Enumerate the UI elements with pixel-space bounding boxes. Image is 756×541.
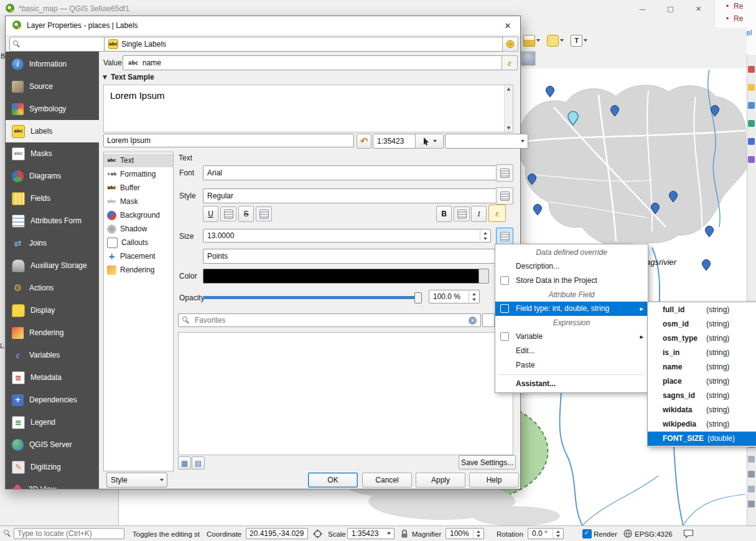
layer-labeling-options-button[interactable] bbox=[521, 32, 546, 49]
menu-item-edit[interactable]: Edit... bbox=[495, 344, 648, 358]
rotation-spinner[interactable]: 0.0 ° bbox=[528, 528, 564, 539]
news-item[interactable]: Re bbox=[715, 12, 756, 25]
menu-item-store-data-in-the-project[interactable]: Store Data in the Project bbox=[495, 274, 648, 288]
panel-tab-icon[interactable] bbox=[748, 138, 755, 145]
menu-item-description[interactable]: Description... bbox=[495, 259, 648, 274]
sidebar-item-metadata[interactable]: Metadata bbox=[6, 366, 99, 389]
underline-button[interactable]: U bbox=[203, 206, 218, 222]
sidebar-item-information[interactable]: Information bbox=[6, 53, 99, 75]
spinner-buttons[interactable] bbox=[469, 291, 478, 302]
field-item-font-size[interactable]: FONT_SIZE(double) bbox=[648, 432, 756, 446]
bold-button[interactable]: B bbox=[436, 206, 452, 222]
extent-icon[interactable] bbox=[313, 529, 322, 540]
bold-data-defined-button[interactable] bbox=[454, 206, 470, 221]
render-checkbox[interactable] bbox=[582, 529, 592, 539]
crs-icon[interactable] bbox=[623, 529, 632, 539]
preview-background-select[interactable] bbox=[445, 134, 528, 149]
field-item-sagns-id[interactable]: sagns_id(string) bbox=[648, 389, 756, 403]
dialog-close-button[interactable]: ✕ bbox=[500, 19, 515, 32]
sidebar-item-auxiliary-storage[interactable]: Auxiliary Storage bbox=[6, 254, 99, 277]
field-item-full-id[interactable]: full_id(string) bbox=[648, 303, 756, 317]
field-item-osm-id[interactable]: osm_id(string) bbox=[648, 317, 756, 331]
slider-handle[interactable] bbox=[414, 292, 422, 303]
panel-tab-icon[interactable] bbox=[748, 66, 755, 73]
strikeout-button[interactable]: S bbox=[238, 206, 254, 222]
tab-placement[interactable]: Placement bbox=[104, 249, 173, 263]
messages-icon[interactable] bbox=[683, 529, 694, 540]
panel-tab-icon[interactable] bbox=[748, 501, 755, 507]
text-annotation-button[interactable]: T bbox=[568, 32, 594, 49]
sidebar-item-qgis-server[interactable]: QGIS Server bbox=[6, 433, 99, 456]
save-settings-button[interactable]: Save Settings... bbox=[459, 455, 516, 469]
sidebar-item-variables[interactable]: Variables bbox=[6, 344, 99, 366]
panel-tab-icon[interactable] bbox=[748, 456, 755, 463]
sidebar-item-symbology[interactable]: Symbology bbox=[6, 98, 99, 120]
panel-tab-icon[interactable] bbox=[748, 471, 755, 478]
map-marker[interactable] bbox=[534, 205, 542, 216]
panel-tab-icon[interactable] bbox=[748, 156, 755, 163]
apply-button[interactable]: Apply bbox=[416, 473, 465, 488]
panel-tab-icon[interactable] bbox=[748, 486, 755, 492]
sidebar-item-legend[interactable]: Legend bbox=[6, 411, 99, 433]
magnifier-spinner[interactable]: 100% bbox=[446, 528, 484, 539]
tab-formatting[interactable]: Formatting bbox=[104, 167, 173, 181]
tab-callouts[interactable]: Callouts bbox=[104, 236, 173, 249]
field-item-wikidata[interactable]: wikidata(string) bbox=[648, 403, 756, 417]
font-style-select[interactable]: Regular bbox=[203, 188, 507, 203]
field-item-is-in[interactable]: is_in(string) bbox=[648, 346, 756, 360]
favorites-search-input[interactable] bbox=[194, 315, 465, 325]
font-color-button[interactable] bbox=[203, 269, 489, 284]
tab-mask[interactable]: Mask bbox=[104, 195, 173, 208]
style-menu-button[interactable]: Style bbox=[106, 473, 167, 488]
menu-item-paste[interactable]: Paste bbox=[495, 358, 648, 372]
map-tips-button[interactable] bbox=[544, 32, 570, 49]
preview-scrollbar[interactable]: ▲ ▼ bbox=[504, 85, 513, 132]
spinner-buttons[interactable] bbox=[480, 230, 490, 241]
help-button[interactable]: Help bbox=[469, 473, 519, 488]
scale-select[interactable]: 1:35423 bbox=[347, 528, 394, 539]
news-item[interactable]: Re bbox=[715, 0, 756, 12]
panel-tab-icon[interactable] bbox=[748, 102, 755, 109]
tab-text[interactable]: Text bbox=[104, 154, 173, 167]
value-field-select[interactable]: name bbox=[123, 55, 513, 70]
automated-placement-button[interactable] bbox=[502, 37, 518, 52]
tab-shadow[interactable]: Shadow bbox=[104, 222, 173, 236]
toolbar-button[interactable] bbox=[521, 51, 536, 66]
sidebar-item-joins[interactable]: Joins bbox=[6, 232, 99, 254]
maximize-button[interactable]: □ bbox=[656, 0, 684, 17]
sidebar-item-dependencies[interactable]: Dependencies bbox=[6, 389, 99, 411]
minimize-button[interactable]: — bbox=[628, 0, 656, 17]
font-size-spinner[interactable]: 13.0000 bbox=[203, 229, 491, 243]
italic-button[interactable]: I bbox=[471, 206, 487, 222]
sidebar-item-actions[interactable]: Actions bbox=[6, 277, 99, 299]
size-unit-select[interactable]: Points bbox=[203, 249, 507, 264]
map-marker[interactable] bbox=[706, 226, 714, 238]
sidebar-item-diagrams[interactable]: Diagrams bbox=[6, 165, 99, 187]
label-mode-select[interactable]: Single Labels bbox=[104, 37, 515, 52]
field-item-name[interactable]: name(string) bbox=[648, 360, 756, 374]
font-data-defined-button[interactable] bbox=[496, 164, 513, 182]
underline-data-defined-button[interactable] bbox=[220, 206, 236, 221]
list-view-button[interactable]: ▤ bbox=[192, 456, 205, 469]
lock-scale-icon[interactable] bbox=[401, 529, 408, 540]
favorites-dropdown-button[interactable] bbox=[482, 313, 495, 327]
map-marker[interactable] bbox=[702, 260, 711, 271]
text-sample-header[interactable]: ▼ Text Sample bbox=[103, 73, 154, 81]
coordinate-input[interactable] bbox=[246, 528, 308, 539]
close-button[interactable]: ✕ bbox=[684, 0, 712, 17]
crs-value[interactable]: EPSG:4326 bbox=[635, 530, 673, 538]
properties-search-input[interactable] bbox=[9, 37, 108, 52]
sidebar-item-labels[interactable]: Labels bbox=[6, 120, 99, 142]
field-item-place[interactable]: place(string) bbox=[648, 374, 756, 389]
map-marker[interactable] bbox=[546, 86, 554, 98]
cancel-button[interactable]: Cancel bbox=[362, 473, 412, 488]
sidebar-item-rendering[interactable]: Rendering bbox=[6, 321, 99, 344]
icon-view-button[interactable]: ▦ bbox=[178, 456, 191, 469]
reset-sample-button[interactable]: ↶ bbox=[357, 134, 371, 149]
sidebar-item-digitizing[interactable]: Digitizing bbox=[6, 456, 99, 478]
menu-item-assistant[interactable]: Assistant... bbox=[495, 377, 648, 391]
style-data-defined-button[interactable] bbox=[496, 187, 513, 205]
sidebar-item-source[interactable]: Source bbox=[6, 75, 99, 98]
color-dropdown-arrow[interactable] bbox=[478, 269, 488, 283]
tab-background[interactable]: Background bbox=[104, 208, 173, 222]
